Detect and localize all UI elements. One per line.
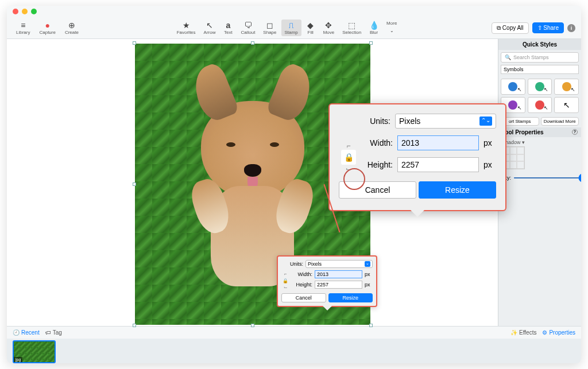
cancel-button[interactable]: Cancel <box>281 293 326 302</box>
resize-handle-bm[interactable] <box>251 324 254 327</box>
tag-icon: 🏷 <box>45 329 51 336</box>
text-tool[interactable]: aText <box>220 20 236 36</box>
maximize-button[interactable] <box>31 9 37 14</box>
opacity-slider[interactable] <box>513 177 581 178</box>
lock-aspect-button[interactable]: 🔒 <box>281 277 289 285</box>
resize-button-zoom[interactable]: Resize <box>419 181 496 199</box>
properties-button[interactable]: ⚙Properties <box>542 329 575 336</box>
tag-label: Tag <box>53 329 62 336</box>
chevron-down-icon: ⌄ <box>387 26 396 35</box>
opacity-row: city: 100% <box>498 173 581 183</box>
stamp-green[interactable]: ↖ <box>528 79 552 95</box>
width-label: Width: <box>291 271 312 277</box>
thumbnail[interactable]: jpg <box>13 340 56 363</box>
fill-label: Fill <box>308 30 314 35</box>
selection-tool[interactable]: ⬚Selection <box>339 20 365 36</box>
recent-button[interactable]: 🕘Recent <box>13 329 40 336</box>
create-button[interactable]: ⊕Create <box>61 20 82 36</box>
copy-icon: ⧉ <box>497 25 501 31</box>
resize-handle-ml[interactable] <box>133 182 136 186</box>
search-stamps-input[interactable]: 🔍Search Stamps <box>501 52 579 63</box>
resize-handle-tm[interactable] <box>251 41 254 45</box>
window-controls <box>13 9 37 14</box>
width-input-zoom[interactable]: 2013 <box>397 135 479 150</box>
share-icon: ⇧ <box>537 25 542 31</box>
text-icon: a <box>223 21 233 30</box>
toolbar-left: ≡Library ●Capture ⊕Create <box>13 20 82 36</box>
search-placeholder: Search Stamps <box>513 55 549 60</box>
titlebar <box>7 6 581 17</box>
main-toolbar: ≡Library ●Capture ⊕Create ★Favorites ↖Ar… <box>7 17 581 39</box>
blur-tool[interactable]: 💧Blur <box>366 20 382 36</box>
units-value: Pixels <box>308 261 322 267</box>
stamp-cursor[interactable]: ↖ <box>554 97 579 113</box>
star-icon: ★ <box>181 21 191 30</box>
recent-label: Recent <box>21 329 40 336</box>
blur-label: Blur <box>370 30 378 35</box>
library-label: Library <box>16 30 30 35</box>
share-button[interactable]: ⇧ Share <box>532 22 564 33</box>
effects-button[interactable]: ✨Effects <box>510 329 536 336</box>
menu-icon: ≡ <box>18 21 28 30</box>
move-icon: ✥ <box>324 21 333 30</box>
create-label: Create <box>65 30 79 35</box>
stamp-tool[interactable]: ⎍Stamp <box>281 20 301 36</box>
shape-label: Shape <box>263 30 276 35</box>
minimize-button[interactable] <box>22 9 28 14</box>
stamp-orange[interactable]: ↖ <box>554 79 579 95</box>
stamp-grid: ↖ ↖ ↖ ↖ ↖ ↖ <box>498 76 581 115</box>
more-tools[interactable]: More⌄ <box>383 20 400 36</box>
toolbar-right: ⧉ Copy All ⇧ Share i <box>492 22 575 34</box>
plus-icon: ⊕ <box>67 21 76 30</box>
record-icon: ● <box>43 21 52 30</box>
capture-button[interactable]: ●Capture <box>36 20 59 36</box>
stamp-red[interactable]: ↖ <box>528 97 552 113</box>
search-icon: 🔍 <box>505 55 511 60</box>
copy-all-button[interactable]: ⧉ Copy All <box>492 22 528 34</box>
favorites-tool[interactable]: ★Favorites <box>173 20 199 36</box>
capture-label: Capture <box>39 30 55 35</box>
height-input-zoom[interactable]: 2257 <box>397 157 479 172</box>
chevron-down-icon: ⌄ <box>365 261 370 267</box>
height-unit: px <box>365 282 373 288</box>
units-label: Units: <box>281 261 303 267</box>
stamp-category-dropdown[interactable]: Symbols <box>501 65 579 74</box>
units-dropdown-zoom[interactable]: Pixels⌃⌄ <box>395 114 496 129</box>
info-button[interactable]: i <box>567 24 575 32</box>
gear-icon: ⚙ <box>542 329 547 336</box>
tool-properties-label: Tool Properties <box>502 129 544 135</box>
app-window: ≡Library ●Capture ⊕Create ★Favorites ↖Ar… <box>7 6 581 363</box>
width-input[interactable]: 2013 <box>315 270 362 278</box>
library-button[interactable]: ≡Library <box>13 20 33 36</box>
help-button[interactable]: ? <box>572 129 578 135</box>
height-input[interactable]: 2257 <box>315 281 362 289</box>
shape-tool[interactable]: ◻Shape <box>260 20 280 36</box>
stamp-blue[interactable]: ↖ <box>501 79 525 95</box>
shadow-property[interactable]: Shadow ▾ <box>498 137 581 173</box>
fill-icon: ◆ <box>306 21 315 30</box>
resize-handle-bl[interactable] <box>133 324 136 327</box>
share-label: Share <box>543 25 559 31</box>
download-more-button[interactable]: Download More <box>541 117 579 126</box>
height-label: Height: <box>291 282 312 288</box>
units-dropdown[interactable]: Pixels⌄ <box>305 260 373 268</box>
callout-tool[interactable]: 🗨Callout <box>237 20 258 36</box>
tag-button[interactable]: 🏷Tag <box>45 329 62 336</box>
close-button[interactable] <box>13 9 18 14</box>
arrow-tool[interactable]: ↖Arrow <box>200 20 219 36</box>
selection-label: Selection <box>342 30 361 35</box>
move-tool[interactable]: ✥Move <box>320 20 338 36</box>
toolbar-tools: ★Favorites ↖Arrow aText 🗨Callout ◻Shape … <box>173 20 401 36</box>
resize-handle-tl[interactable] <box>133 41 136 45</box>
resize-dialog-small: Units: Pixels⌄ ⌐ 🔒 ⌙ Width: 2013 px Heig… <box>277 255 377 307</box>
lock-aspect-button-zoom[interactable]: 🔒 <box>341 150 356 165</box>
width-unit: px <box>365 271 373 277</box>
highlight-circle <box>343 168 365 190</box>
resize-handle-tr[interactable] <box>369 41 373 45</box>
arrow-label: Arrow <box>204 30 216 35</box>
fill-tool[interactable]: ◆Fill <box>303 20 319 36</box>
resize-button[interactable]: Resize <box>328 293 373 302</box>
stamp-action-buttons: ort Stamps Download More <box>498 115 581 127</box>
width-unit-zoom: px <box>483 138 496 147</box>
resize-handle-br[interactable] <box>369 324 373 327</box>
